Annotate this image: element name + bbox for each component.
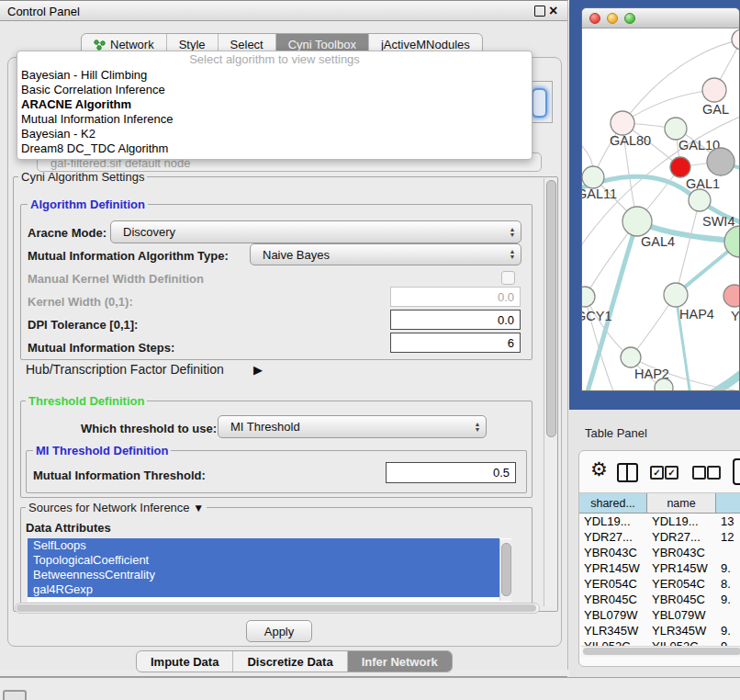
network-graph: GALGAL80GAL10GAL1GAL11SWI4GAL4GCY1HAP4YH… — [582, 28, 739, 391]
table-row[interactable]: YBR043CYBR043C — [579, 545, 740, 560]
attribute-list-item[interactable]: BetweennessCentrality — [28, 568, 499, 582]
control-panel-window: Control Panel × NetworkStyleSelectCyni T… — [0, 0, 568, 670]
scrollbar-thumb[interactable] — [501, 543, 511, 596]
focused-combo-stepper[interactable] — [532, 88, 547, 118]
table-cell: 9. — [716, 623, 740, 638]
float-window-icon[interactable] — [534, 6, 545, 17]
table-cell: YPR145W — [579, 560, 647, 576]
disclosure-down-icon[interactable]: ▼ — [193, 502, 204, 514]
kernel-width-field[interactable]: 0.0 — [390, 287, 521, 307]
manual-kernel-checkbox[interactable] — [501, 271, 515, 285]
network-icon — [94, 40, 106, 51]
network-node-hap2[interactable] — [621, 347, 641, 367]
node-label: GAL11 — [582, 186, 617, 201]
scrollbar-thumb[interactable] — [546, 180, 556, 437]
network-window-titlebar[interactable] — [582, 8, 739, 28]
table-cell — [716, 607, 740, 623]
network-node[interactable] — [707, 148, 734, 175]
table-panel-title: Table Panel — [585, 426, 647, 440]
column-header[interactable]: shared... — [579, 493, 647, 513]
network-node-gal4[interactable] — [622, 207, 652, 236]
network-node-y[interactable] — [723, 285, 739, 307]
mi-type-combo[interactable]: Naive Bayes ▲▼ — [250, 243, 521, 265]
node-label: HAP4 — [679, 307, 714, 322]
columns-icon[interactable] — [617, 463, 638, 482]
attribute-list-item[interactable]: gal4RGexp — [28, 582, 499, 597]
minimized-panel-stub[interactable] — [3, 690, 27, 700]
hub-definition-disclosure[interactable]: Hub/Transcription Factor Definition — [26, 362, 224, 377]
table-cell: YBR043C — [647, 545, 716, 560]
which-threshold-combo[interactable]: MI Threshold ▲▼ — [218, 415, 487, 438]
node-label: GAL1 — [686, 176, 720, 191]
table-cell: YBR045C — [647, 592, 716, 607]
scrollbar-thumb[interactable] — [17, 604, 536, 612]
window-title: Control Panel — [7, 5, 80, 18]
dpi-tolerance-label: DPI Tolerance [0,1]: — [28, 318, 138, 332]
table-row[interactable]: YPR145WYPR145W9. — [579, 560, 740, 576]
network-node-gal10[interactable] — [665, 118, 687, 140]
panel-icon[interactable] — [733, 458, 740, 485]
gear-icon[interactable]: ⚙ — [590, 458, 608, 480]
mi-threshold-field[interactable]: 0.5 — [386, 462, 516, 483]
table-row[interactable]: YBR045CYBR045C9. — [579, 592, 740, 607]
network-node-hap4[interactable] — [664, 283, 688, 307]
which-threshold-value: MI Threshold — [219, 420, 469, 434]
algorithm-option[interactable]: ARACNE Algorithm — [17, 97, 532, 112]
sources-group-title: Sources for Network Inference ▼ — [26, 501, 207, 514]
data-attributes-label: Data Attributes — [26, 521, 111, 535]
table-row[interactable]: YDL19...YDL19...13 — [579, 514, 740, 529]
close-traffic-light-icon[interactable] — [589, 13, 600, 24]
algorithm-option[interactable]: Bayesian - K2 — [17, 127, 532, 141]
list-vertical-scrollbar[interactable] — [499, 539, 511, 601]
table-row[interactable]: YBL079WYBL079W — [579, 607, 740, 623]
network-node-gal[interactable] — [702, 78, 726, 102]
table-cell: YDR27... — [647, 529, 716, 545]
bottom-tab-discretize-data[interactable]: Discretize Data — [233, 651, 347, 672]
select-all-checkbox-icon[interactable]: ✓ — [665, 466, 678, 480]
column-header[interactable] — [716, 493, 740, 513]
network-node-swi4[interactable] — [689, 189, 711, 211]
network-node-gal11[interactable] — [582, 166, 604, 188]
apply-button[interactable]: Apply — [246, 620, 312, 642]
algorithm-option[interactable]: Mutual Information Inference — [17, 112, 532, 127]
node-label: GCY1 — [582, 309, 612, 323]
disclosure-right-icon[interactable]: ▶ — [253, 363, 263, 377]
table-row[interactable]: YDR27...YDR27...12 — [579, 529, 740, 545]
algorithm-option[interactable]: Bayesian - Hill Climbing — [17, 68, 532, 83]
zoom-traffic-light-icon[interactable] — [624, 13, 635, 24]
network-canvas[interactable]: GALGAL80GAL10GAL1GAL11SWI4GAL4GCY1HAP4YH… — [582, 28, 739, 391]
aracne-mode-combo[interactable]: Discovery ▲▼ — [110, 220, 521, 243]
dpi-tolerance-field[interactable]: 0.0 — [390, 310, 521, 330]
bottom-tab-infer-network[interactable]: Infer Network — [348, 651, 452, 672]
close-icon[interactable]: × — [549, 1, 557, 21]
bottom-tab-impute-data[interactable]: Impute Data — [137, 651, 233, 672]
network-node-gcy1[interactable] — [582, 287, 595, 307]
network-node[interactable] — [732, 29, 739, 50]
deselect-checkbox-icon[interactable] — [692, 466, 706, 480]
table-row[interactable]: YLR345WYLR345W9. — [579, 623, 740, 638]
select-all-checkbox-icon[interactable]: ✓ — [650, 466, 664, 480]
table-horizontal-scrollbar[interactable] — [581, 646, 740, 657]
attribute-list-item[interactable]: SelfLoops — [28, 538, 499, 553]
deselect-checkbox-icon[interactable] — [707, 466, 721, 480]
algorithm-option[interactable]: Basic Correlation Inference — [17, 83, 532, 97]
table-row[interactable]: YER054CYER054C8. — [579, 576, 740, 592]
network-node-gal80[interactable] — [611, 111, 634, 135]
node-label: SWI4 — [702, 214, 734, 229]
table-cell: YDR27... — [579, 529, 647, 545]
mi-steps-label: Mutual Information Steps: — [28, 341, 174, 355]
network-node-gal1[interactable] — [670, 157, 690, 177]
table-cell: YBR043C — [579, 545, 647, 560]
column-header[interactable]: name — [647, 493, 716, 513]
algorithm-option[interactable]: Dream8 DC_TDC Algorithm — [17, 141, 532, 156]
table-cell: 13 — [716, 514, 740, 529]
table-toolbar: ⚙ ✓ ✓ — [579, 451, 740, 493]
scrollbar-thumb[interactable] — [583, 648, 740, 655]
minimize-traffic-light-icon[interactable] — [607, 13, 618, 24]
attribute-list-item[interactable]: TopologicalCoefficient — [28, 553, 499, 568]
settings-group-title: Cyni Algorithm Settings — [18, 170, 147, 184]
network-node[interactable] — [655, 378, 673, 391]
settings-vertical-scrollbar[interactable] — [544, 178, 556, 606]
mi-steps-field[interactable]: 6 — [390, 333, 521, 353]
settings-horizontal-scrollbar[interactable] — [15, 603, 540, 614]
